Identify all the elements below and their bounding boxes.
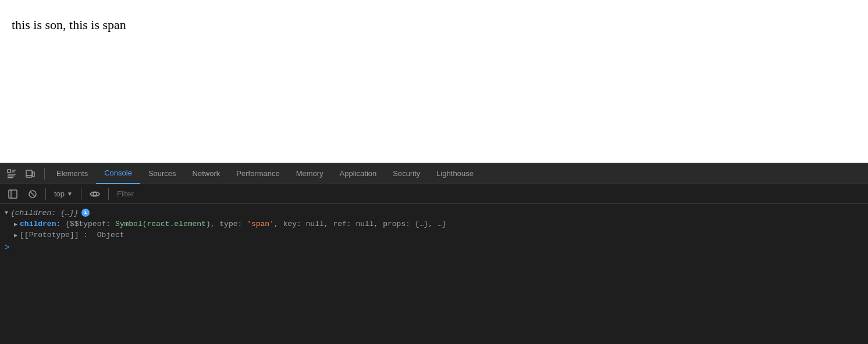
devtools-panel: Elements Console Sources Network Perform…: [0, 163, 868, 344]
tab-performance[interactable]: Performance: [228, 163, 287, 184]
prompt-arrow-icon: >: [5, 243, 9, 252]
toolbar-separator-2: [81, 188, 81, 200]
svg-rect-1: [12, 170, 16, 171]
device-toolbar-icon[interactable]: [22, 167, 38, 181]
sidebar-toggle-button[interactable]: [5, 187, 21, 201]
tab-memory[interactable]: Memory: [288, 163, 332, 184]
toolbar-separator-3: [108, 188, 109, 200]
svg-rect-5: [8, 177, 13, 178]
console-children-row: ▶ children : {$$typeof: Symbol(react.ele…: [0, 218, 868, 230]
tab-network[interactable]: Network: [184, 163, 229, 184]
expand-children-arrow[interactable]: ▶: [14, 221, 17, 228]
svg-line-12: [30, 192, 35, 196]
expand-prototype-arrow[interactable]: ▶: [14, 232, 17, 239]
svg-rect-2: [12, 171, 15, 173]
console-prototype-row: ▶ [[Prototype]] : Object: [0, 230, 868, 241]
console-output: ▼ {children: {…}} i ▶ children : {$$type…: [0, 204, 868, 344]
toolbar-separator-1: [45, 188, 46, 200]
context-selector[interactable]: top ▼: [51, 188, 76, 200]
tab-lighthouse[interactable]: Lighthouse: [428, 163, 482, 184]
root-object-preview: {children: {…}}: [10, 209, 79, 217]
svg-point-13: [93, 192, 97, 196]
eye-icon[interactable]: [86, 188, 104, 200]
filter-input[interactable]: [113, 189, 863, 198]
chevron-down-icon: ▼: [67, 191, 73, 197]
console-entry-root: ▼ {children: {…}} i: [0, 207, 868, 218]
prototype-key: [[Prototype]] : Object: [20, 231, 124, 239]
svg-rect-3: [8, 174, 16, 175]
svg-rect-9: [9, 190, 17, 198]
console-toolbar: top ▼: [0, 184, 868, 204]
svg-rect-7: [33, 172, 34, 177]
inspect-element-icon[interactable]: [3, 167, 20, 181]
svg-rect-4: [8, 175, 15, 177]
tab-elements[interactable]: Elements: [48, 163, 96, 184]
tab-application[interactable]: Application: [332, 163, 385, 184]
page-content: this is son, this is span: [0, 0, 868, 163]
console-prompt-line[interactable]: >: [0, 241, 868, 255]
svg-rect-0: [8, 170, 10, 173]
devtools-tabs-bar: Elements Console Sources Network Perform…: [0, 163, 868, 184]
tab-separator-left: [44, 168, 45, 180]
page-text: this is son, this is span: [12, 17, 126, 32]
tab-security[interactable]: Security: [385, 163, 428, 184]
children-value: {$$typeof: Symbol(react.element), type: …: [65, 220, 446, 228]
svg-rect-6: [26, 170, 32, 177]
tab-sources[interactable]: Sources: [140, 163, 184, 184]
expand-root-arrow[interactable]: ▼: [5, 210, 8, 216]
info-badge: i: [81, 209, 90, 217]
children-key: children: [20, 220, 56, 228]
tab-console[interactable]: Console: [96, 163, 140, 184]
clear-console-button[interactable]: [24, 187, 41, 201]
